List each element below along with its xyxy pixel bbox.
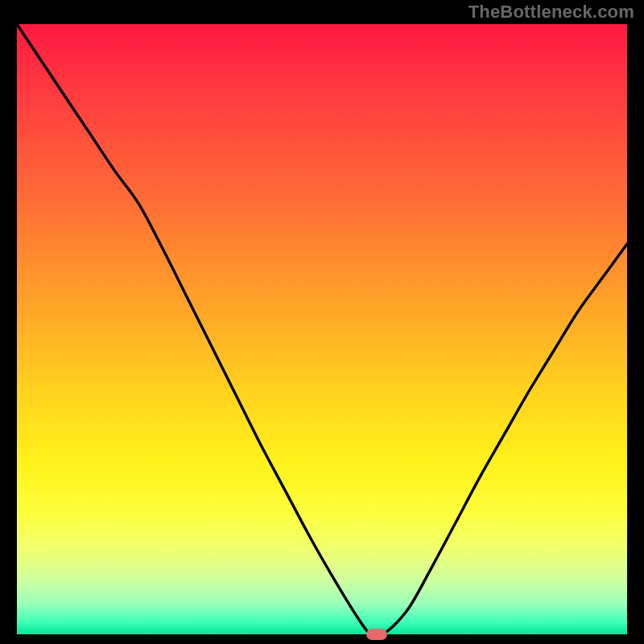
plot-area bbox=[17, 24, 627, 634]
chart-frame: TheBottleneck.com bbox=[0, 0, 644, 644]
bottleneck-curve bbox=[17, 24, 627, 634]
attribution-label: TheBottleneck.com bbox=[469, 2, 634, 23]
optimum-marker bbox=[366, 629, 387, 640]
curve-path bbox=[17, 24, 627, 637]
